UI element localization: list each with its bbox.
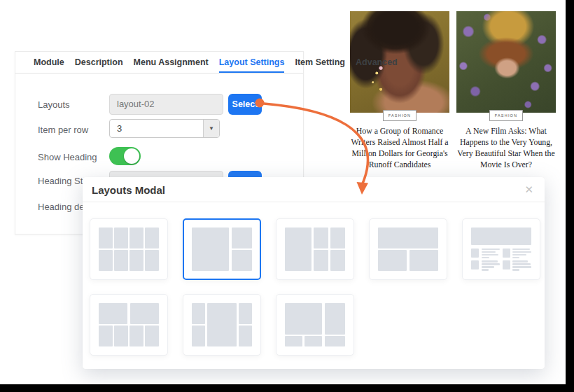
article-card: FASHION A New Film Asks: What Happens to… [456, 11, 556, 182]
layouts-modal: Layouts Modal ✕ [83, 177, 545, 369]
modal-header: Layouts Modal ✕ [83, 177, 545, 202]
layout-cell [330, 227, 345, 248]
layout-cell [232, 227, 252, 248]
layout-preview [99, 303, 159, 346]
modal-title: Layouts Modal [92, 184, 165, 196]
layout-cell [410, 250, 438, 271]
layout-cell [285, 303, 322, 335]
layout-option-layout-01[interactable] [90, 218, 168, 280]
layout-cell [325, 303, 345, 335]
tab-module[interactable]: Module [34, 52, 64, 73]
layout-cell [482, 269, 489, 270]
layout-cell [239, 326, 252, 346]
layout-cell [378, 227, 438, 248]
layout-cell [314, 227, 328, 248]
layout-cell [482, 257, 489, 258]
layout-cell [207, 303, 236, 346]
layout-cell [192, 303, 205, 324]
layout-cell [482, 263, 500, 265]
layout-cell [145, 250, 159, 271]
layout-cell [512, 260, 528, 262]
article-title-link[interactable]: How a Group of Romance Writers Raised Al… [347, 126, 452, 171]
layout-cell [512, 266, 531, 267]
letterbox-bar-right [566, 0, 574, 392]
tab-menu-assignment[interactable]: Menu Assignment [134, 52, 209, 73]
item-per-row-label: Item per row [38, 125, 88, 135]
layout-cell [482, 251, 496, 253]
layout-option-layout-05[interactable] [462, 218, 540, 280]
layout-preview [192, 303, 252, 346]
layouts-input[interactable]: layout-02 [109, 94, 223, 115]
layout-cell [482, 254, 498, 255]
layout-thumbnails-row-1 [90, 218, 540, 280]
category-badge[interactable]: FASHION [383, 110, 417, 121]
layout-preview [99, 227, 159, 271]
layout-cell [145, 227, 159, 248]
chevron-down-icon[interactable]: ▼ [203, 120, 219, 137]
layout-cell [512, 248, 530, 250]
layout-option-layout-04[interactable] [369, 218, 447, 280]
category-badge[interactable]: FASHION [489, 110, 524, 121]
letterbox-bar-bottom [0, 384, 574, 392]
layout-cell [192, 227, 229, 271]
layout-cell [130, 227, 144, 248]
layout-cell [239, 303, 252, 324]
layout-cell [285, 336, 302, 346]
layout-cell [471, 227, 531, 245]
layout-cell [471, 260, 479, 270]
layouts-select-button[interactable]: Select [228, 94, 262, 115]
layout-cell [330, 250, 345, 271]
layout-thumbnails-row-2 [90, 294, 354, 356]
tab-advanced[interactable]: Advanced [356, 52, 398, 73]
layout-cell [512, 269, 519, 270]
show-heading-toggle[interactable] [109, 147, 141, 165]
layout-preview [378, 227, 438, 271]
layout-cell [512, 251, 531, 253]
item-per-row-select[interactable]: 3 ▼ [109, 119, 220, 138]
layout-option-layout-03[interactable] [276, 218, 354, 280]
layout-cell [503, 260, 510, 270]
layout-cell [99, 250, 113, 271]
layout-cell [512, 254, 526, 255]
layout-preview [285, 303, 345, 346]
layout-cell [130, 303, 159, 324]
layout-cell [99, 227, 113, 248]
toggle-knob-icon [124, 148, 139, 164]
layout-cell [325, 336, 345, 346]
layout-cell [192, 326, 205, 346]
layout-cell [304, 336, 322, 346]
close-icon[interactable]: ✕ [524, 183, 533, 196]
layout-cell [114, 250, 128, 271]
layout-preview [285, 227, 345, 271]
layout-cell [285, 227, 312, 271]
layout-cell [99, 326, 113, 346]
tab-description[interactable]: Description [75, 52, 123, 73]
article-image [456, 11, 556, 113]
layouts-label: Layouts [38, 99, 70, 110]
layout-cell [130, 326, 144, 346]
layout-cell [482, 266, 494, 267]
layout-option-layout-08[interactable] [276, 294, 354, 356]
layout-option-layout-02[interactable] [183, 218, 261, 280]
layout-cell [378, 250, 407, 271]
layout-cell [503, 248, 510, 258]
article-title-link[interactable]: A New Film Asks: What Happens to the Ver… [454, 126, 559, 171]
layout-cell [232, 250, 252, 271]
tab-item-setting[interactable]: Item Setting [295, 52, 345, 73]
layout-option-layout-06[interactable] [90, 294, 168, 356]
layout-cell [145, 326, 159, 346]
layout-cell [512, 257, 519, 258]
show-heading-label: Show Heading [38, 152, 97, 162]
layout-cell [512, 263, 531, 265]
item-per-row-value: 3 [110, 123, 203, 134]
layout-cell [114, 326, 128, 346]
tab-bar: Module Description Menu Assignment Layou… [15, 52, 303, 74]
layout-cell [114, 227, 128, 248]
layout-preview [192, 227, 252, 271]
layout-option-layout-07[interactable] [183, 294, 261, 356]
layout-cell [130, 250, 144, 271]
layout-cell [482, 260, 498, 262]
article-card: FASHION How a Group of Romance Writers R… [350, 11, 449, 182]
layout-preview [471, 227, 531, 271]
tab-layout-settings[interactable]: Layout Settings [219, 52, 285, 73]
